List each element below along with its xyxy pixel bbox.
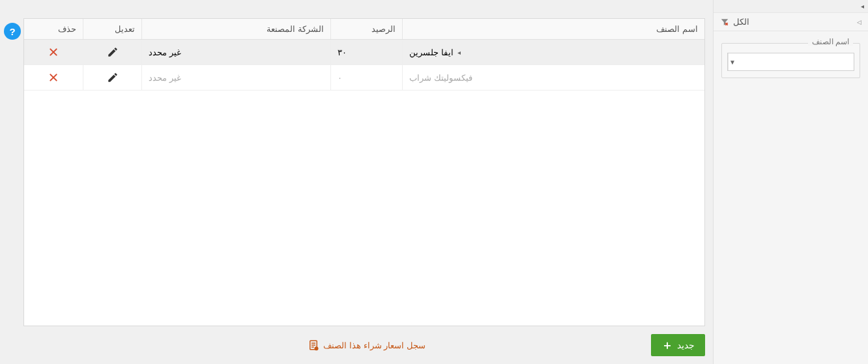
chevron-down-icon[interactable]: ▼ [728, 53, 736, 70]
table-row[interactable]: ◂ ايفا جلسرين ٣٠ غير محدد [24, 40, 704, 65]
cell-balance: ٠ [330, 65, 402, 90]
svg-point-4 [315, 346, 319, 350]
history-link-label: سجل اسعار شراء هذا الصنف [323, 341, 425, 350]
main-content: اسم الصنف الرصيد الشركة المصنعة تعديل حذ… [0, 0, 713, 364]
filter-summary[interactable]: ◁ الكل [714, 13, 868, 31]
col-header-company[interactable]: الشركة المصنعة [141, 19, 330, 39]
grid-header: اسم الصنف الرصيد الشركة المصنعة تعديل حذ… [24, 19, 704, 40]
cell-company: غير محدد [141, 65, 330, 90]
help-button[interactable]: ? [4, 23, 21, 40]
delete-button[interactable] [48, 72, 59, 83]
filter-label: الكل [733, 17, 749, 27]
table-row[interactable]: فيكسوليتك شراب ٠ غير محدد [24, 65, 704, 91]
filter-sidebar: ◂ ◁ الكل اسم الصنف ▼ [713, 0, 868, 364]
document-icon [308, 339, 319, 351]
row-indicator-icon: ◂ [457, 49, 461, 56]
item-name-combo[interactable]: ▼ [727, 53, 854, 71]
sidebar-collapse[interactable]: ◂ [714, 0, 868, 13]
footer-bar: جديد ＋ سجل اسعار شراء هذا الصنف [23, 326, 705, 356]
col-header-balance[interactable]: الرصيد [330, 19, 402, 39]
cell-name: ايفا جلسرين [409, 48, 454, 57]
grid-body: ◂ ايفا جلسرين ٣٠ غير محدد [24, 40, 704, 326]
new-button-label: جديد [677, 340, 695, 350]
edit-button[interactable] [107, 72, 119, 83]
col-header-delete[interactable]: حذف [24, 19, 83, 39]
col-header-edit[interactable]: تعديل [83, 19, 141, 39]
filter-clear-icon[interactable] [720, 18, 729, 27]
cell-company: غير محدد [141, 40, 330, 64]
items-grid: اسم الصنف الرصيد الشركة المصنعة تعديل حذ… [23, 18, 705, 326]
col-header-name[interactable]: اسم الصنف [402, 19, 704, 39]
filter-fieldset: اسم الصنف ▼ [721, 43, 860, 78]
filter-field-label: اسم الصنف [808, 37, 853, 46]
price-history-link[interactable]: سجل اسعار شراء هذا الصنف [308, 339, 425, 351]
plus-icon: ＋ [661, 339, 673, 351]
delete-button[interactable] [48, 47, 59, 57]
chevron-left-icon: ◂ [861, 3, 864, 10]
new-button[interactable]: جديد ＋ [651, 334, 705, 356]
cell-name: فيكسوليتك شراب [409, 73, 472, 83]
edit-button[interactable] [107, 46, 119, 58]
cell-balance: ٣٠ [330, 40, 402, 64]
triangle-icon: ◁ [857, 19, 861, 25]
item-name-input[interactable] [736, 53, 854, 70]
